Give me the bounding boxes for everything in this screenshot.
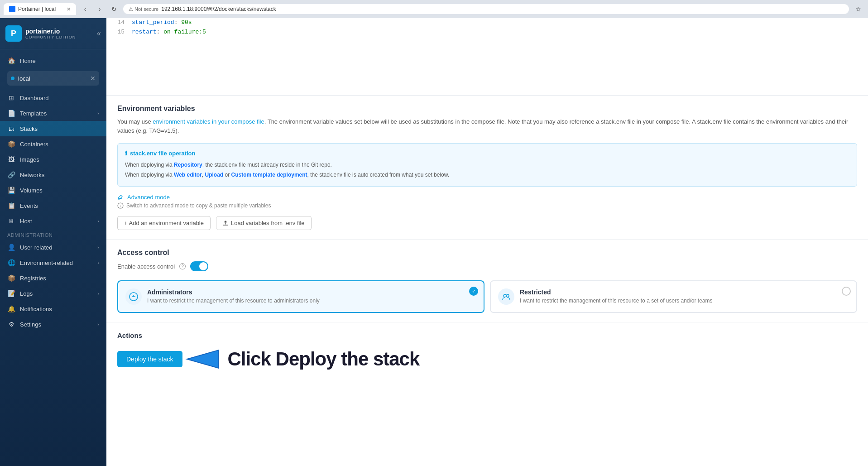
sidebar-item-environment-related[interactable]: 🌐 Environment-related › xyxy=(0,255,106,270)
info-line-1: When deploying via Repository, the stack… xyxy=(125,160,849,170)
sidebar-item-stacks[interactable]: 🗂 Stacks xyxy=(0,121,106,136)
svg-point-7 xyxy=(506,294,509,297)
sidebar-item-containers[interactable]: 📦 Containers xyxy=(0,136,106,152)
env-section-title: Environment variables xyxy=(117,105,857,113)
access-control-title: Access control xyxy=(117,249,857,257)
sidebar-item-home[interactable]: 🏠 Home xyxy=(0,53,106,68)
access-control-help-icon[interactable]: ? xyxy=(179,263,186,269)
sidebar-item-events[interactable]: 📋 Events xyxy=(0,198,106,213)
restricted-check xyxy=(842,287,851,296)
sidebar-item-networks[interactable]: 🔗 Networks xyxy=(0,167,106,183)
networks-label: Networks xyxy=(20,172,99,178)
browser-controls: ‹ › ↻ xyxy=(79,3,120,15)
logo-sub-text: COMMUNITY EDITION xyxy=(25,35,76,39)
load-env-file-button[interactable]: Load variables from .env file xyxy=(216,216,312,230)
restricted-card[interactable]: Restricted I want to restrict the manage… xyxy=(490,280,857,313)
url-text: 192.168.1.18:9000/#!/2/docker/stacks/new… xyxy=(161,6,276,12)
sidebar-item-volumes[interactable]: 💾 Volumes xyxy=(0,183,106,198)
settings-label: Settings xyxy=(20,321,93,328)
containers-icon: 📦 xyxy=(7,140,15,148)
admin-shield-icon xyxy=(129,292,138,301)
images-label: Images xyxy=(20,156,99,163)
local-env-item[interactable]: local ✕ xyxy=(7,71,99,86)
sidebar-item-dashboard[interactable]: ⊞ Dashboard xyxy=(0,90,106,106)
restricted-users-icon xyxy=(502,292,511,301)
code-area: 14 start_period: 90s 15 restart: on-fail… xyxy=(106,18,868,96)
sidebar-item-logs[interactable]: 📝 Logs › xyxy=(0,286,106,301)
browser-tab[interactable]: Portainer | local ✕ xyxy=(4,3,76,15)
sidebar-item-templates[interactable]: 📄 Templates › xyxy=(0,106,106,121)
logo-icon: P xyxy=(5,25,22,42)
upload-icon xyxy=(223,221,228,226)
host-icon: 🖥 xyxy=(7,217,15,225)
tab-favicon xyxy=(9,6,15,12)
not-secure-indicator: ⚠ Not secure xyxy=(129,6,158,12)
administrators-title: Administrators xyxy=(147,288,476,296)
sidebar-item-registries[interactable]: 📦 Registries xyxy=(0,270,106,286)
svg-marker-9 xyxy=(187,350,219,368)
logs-icon: 📝 xyxy=(7,290,15,297)
administrators-content: Administrators I want to restrict the ma… xyxy=(147,288,476,304)
sidebar-item-notifications[interactable]: 🔔 Notifications xyxy=(0,301,106,317)
address-bar[interactable]: ⚠ Not secure 192.168.1.18:9000/#!/2/dock… xyxy=(123,4,849,14)
restricted-icon xyxy=(498,288,514,305)
svg-text:i: i xyxy=(120,204,121,208)
home-icon: 🏠 xyxy=(7,57,15,64)
content-area: 14 start_period: 90s 15 restart: on-fail… xyxy=(106,18,868,466)
browser-chrome: Portainer | local ✕ ‹ › ↻ ⚠ Not secure 1… xyxy=(0,0,868,18)
info-line-2: When deploying via Web editor, Upload or… xyxy=(125,170,849,180)
environment-related-chevron-icon: › xyxy=(97,260,99,265)
admin-section-label: Administration xyxy=(0,229,106,240)
env-close-button[interactable]: ✕ xyxy=(90,75,96,82)
environment-related-icon: 🌐 xyxy=(7,259,15,266)
actions-section: Actions Deploy the stack xyxy=(106,322,868,382)
add-env-variable-button[interactable]: + Add an environment variable xyxy=(117,216,211,230)
stacks-label: Stacks xyxy=(20,125,99,132)
env-link[interactable]: environment variables in your compose fi… xyxy=(153,118,264,125)
user-related-icon: 👤 xyxy=(7,244,15,251)
env-action-buttons: + Add an environment variable Load varia… xyxy=(117,216,857,230)
sidebar-logo: P portainer.io COMMUNITY EDITION « xyxy=(0,18,106,49)
code-line-15: 15 restart: on-failure:5 xyxy=(106,28,868,37)
dashboard-label: Dashboard xyxy=(20,95,99,101)
stack-env-info-box: ℹ stack.env file operation When deployin… xyxy=(117,143,857,187)
reload-button[interactable]: ↻ xyxy=(108,3,120,15)
events-icon: 📋 xyxy=(7,202,15,209)
forward-button[interactable]: › xyxy=(93,3,106,15)
code-line-14: 14 start_period: 90s xyxy=(106,18,868,28)
registries-icon: 📦 xyxy=(7,274,15,282)
deploy-stack-button[interactable]: Deploy the stack xyxy=(117,351,182,367)
tab-close-button[interactable]: ✕ xyxy=(67,6,71,12)
user-related-label: User-related xyxy=(20,244,93,251)
edit-icon xyxy=(117,194,124,201)
settings-chevron-icon: › xyxy=(97,322,99,327)
notifications-label: Notifications xyxy=(20,306,99,312)
enable-access-control-row: Enable access control ? xyxy=(117,261,857,271)
logo-text: portainer.io COMMUNITY EDITION xyxy=(25,28,76,39)
code-spacer xyxy=(106,37,868,91)
sidebar-item-images[interactable]: 🖼 Images xyxy=(0,152,106,167)
user-related-chevron-icon: › xyxy=(97,245,99,250)
administrators-card[interactable]: Administrators I want to restrict the ma… xyxy=(117,280,484,313)
containers-label: Containers xyxy=(20,141,99,148)
logs-chevron-icon: › xyxy=(97,291,99,296)
sidebar-item-user-related[interactable]: 👤 User-related › xyxy=(0,240,106,255)
toggle-knob xyxy=(199,262,207,270)
info-icon: ℹ xyxy=(125,150,127,157)
sidebar-item-host[interactable]: 🖥 Host › xyxy=(0,213,106,229)
advanced-mode-toggle[interactable]: Advanced mode xyxy=(117,194,857,201)
access-control-toggle[interactable] xyxy=(190,261,208,271)
host-label: Host xyxy=(20,218,93,225)
sidebar-item-settings[interactable]: ⚙ Settings › xyxy=(0,317,106,332)
sidebar-navigation: 🏠 Home local ✕ ⊞ Dashboard 📄 xyxy=(0,49,106,466)
restricted-description: I want to restrict the management of thi… xyxy=(520,298,849,304)
templates-icon: 📄 xyxy=(7,110,15,117)
templates-chevron-icon: › xyxy=(97,110,99,116)
volumes-label: Volumes xyxy=(20,187,99,194)
app-layout: P portainer.io COMMUNITY EDITION « 🏠 Hom… xyxy=(0,18,868,466)
bookmark-button[interactable]: ☆ xyxy=(852,3,864,15)
back-button[interactable]: ‹ xyxy=(79,3,91,15)
tab-title: Portainer | local xyxy=(18,6,56,12)
sidebar-collapse-button[interactable]: « xyxy=(97,29,101,38)
env-dot xyxy=(11,77,14,80)
